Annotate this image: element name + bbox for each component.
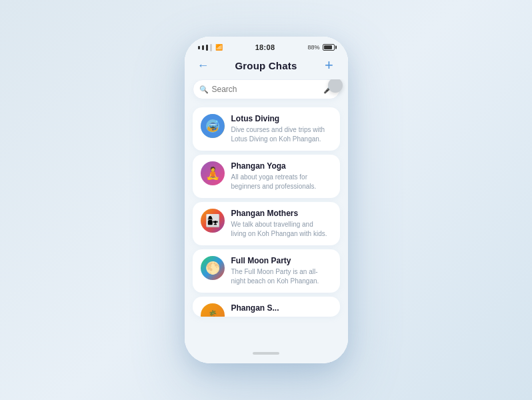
home-bar — [253, 352, 279, 355]
avatar: 🧘 — [201, 161, 225, 185]
status-time: 18:08 — [255, 43, 275, 51]
wifi-icon: 📶 — [215, 44, 223, 51]
status-bar: 📶 18:08 88% — [185, 37, 348, 55]
battery-fill — [324, 45, 332, 49]
app-header: ← Group Chats + — [185, 55, 348, 79]
content-area: 🔍 🎤 🤿 Lotus Diving Dive co — [185, 79, 348, 343]
search-container: 🔍 🎤 — [193, 79, 340, 99]
chat-info: Phangan S... — [231, 303, 332, 315]
svg-text:🤿: 🤿 — [207, 120, 219, 131]
chat-desc: Dive courses and dive trips withLotus Di… — [231, 125, 332, 144]
phone-frame: 📶 18:08 88% ← Group Chats + 🔍 🎤 — [185, 37, 348, 363]
signal-bar-1 — [198, 46, 200, 49]
back-button[interactable]: ← — [195, 59, 211, 73]
home-indicator — [185, 343, 348, 363]
signal-bar-4 — [210, 44, 212, 51]
chat-name: Phangan Mothers — [231, 209, 332, 218]
list-item[interactable]: 🏝️ Phangan S... — [193, 297, 340, 317]
chat-desc: All about yoga retreats forbeginners and… — [231, 173, 332, 191]
avatar: 🌕 — [201, 256, 225, 280]
signal-bar-3 — [206, 45, 208, 51]
chat-name: Phangan S... — [231, 303, 332, 313]
list-item[interactable]: 🤿 Lotus Diving Dive courses and dive tri… — [193, 107, 340, 151]
avatar: 🏝️ — [201, 303, 225, 317]
page-title: Group Chats — [235, 60, 297, 71]
list-item[interactable]: 👩‍👧 Phangan Mothers We talk about travel… — [193, 202, 340, 245]
chat-name: Full Moon Party — [231, 256, 332, 265]
chat-list: 🤿 Lotus Diving Dive courses and dive tri… — [193, 107, 340, 317]
chat-desc: We talk about travelling andliving on Ko… — [231, 220, 332, 239]
scroll-indicator — [328, 79, 343, 93]
battery-percent: 88% — [307, 44, 319, 51]
chat-desc: The Full Moon Party is an all-night beac… — [231, 267, 332, 286]
list-item[interactable]: 🧘 Phangan Yoga All about yoga retreats f… — [193, 155, 340, 198]
avatar: 👩‍👧 — [201, 209, 225, 233]
search-input[interactable] — [193, 79, 340, 99]
chat-info: Lotus Diving Dive courses and dive trips… — [231, 114, 332, 144]
avatar: 🤿 — [201, 114, 225, 138]
chat-name: Phangan Yoga — [231, 161, 332, 171]
signal-bar-2 — [202, 45, 204, 50]
chat-info: Phangan Mothers We talk about travelling… — [231, 209, 332, 239]
battery-icon — [323, 44, 335, 51]
chat-info: Phangan Yoga All about yoga retreats for… — [231, 161, 332, 191]
status-battery: 88% — [307, 44, 334, 51]
status-signal: 📶 — [198, 44, 223, 51]
list-item[interactable]: 🌕 Full Moon Party The Full Moon Party is… — [193, 249, 340, 293]
add-group-button[interactable]: + — [321, 58, 337, 73]
chat-name: Lotus Diving — [231, 114, 332, 123]
search-icon: 🔍 — [199, 85, 209, 94]
chat-info: Full Moon Party The Full Moon Party is a… — [231, 256, 332, 286]
